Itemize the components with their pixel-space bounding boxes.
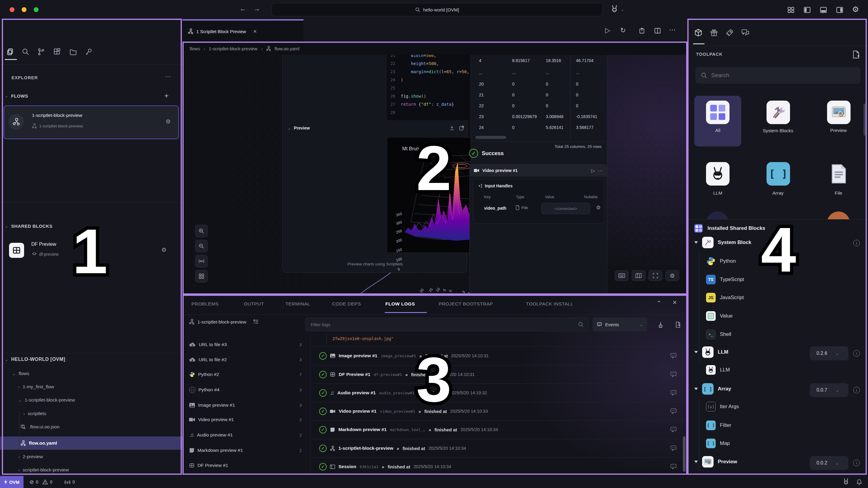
log-block-python-2[interactable]: Python #27 xyxy=(182,367,310,382)
log-block-url-to-file-3[interactable]: URL to file #33 xyxy=(182,337,310,352)
export-icon[interactable] xyxy=(638,27,646,34)
preview-version-dropdown[interactable]: 0.0.2⌄ xyxy=(810,456,848,470)
comment-icon[interactable] xyxy=(671,390,677,396)
tree-item-flow-oo-yaml[interactable]: flow.oo.yaml xyxy=(21,439,57,447)
zoom-window-button[interactable] xyxy=(34,7,38,12)
close-tab-icon[interactable]: × xyxy=(253,28,257,35)
video-preview-node[interactable]: Video preview #1 ▷ ⋯ Input Handles Key T… xyxy=(469,164,607,294)
files-icon[interactable] xyxy=(6,48,14,56)
section-llm[interactable]: LLM xyxy=(694,346,728,358)
info-icon[interactable]: i xyxy=(853,350,860,357)
errors-icon[interactable]: ⊘ xyxy=(30,479,34,485)
nav-back-icon[interactable]: ← xyxy=(240,5,246,13)
node-more-icon[interactable]: ⋯ xyxy=(598,168,603,173)
run-node-icon[interactable]: ▷ xyxy=(591,168,595,173)
comment-icon[interactable] xyxy=(671,372,677,377)
comment-icon[interactable] xyxy=(671,353,677,358)
section-preview[interactable]: Preview xyxy=(694,456,737,467)
ovm-badge[interactable]: OVM xyxy=(0,476,24,488)
block-python[interactable]: Python xyxy=(706,256,736,266)
warnings-icon[interactable] xyxy=(42,480,48,484)
breadcrumb-folder[interactable]: 1-scriptlet-block-preview xyxy=(209,46,257,51)
llm-version-dropdown[interactable]: 0.2.6⌄ xyxy=(810,346,848,360)
tree-item-scriptlets[interactable]: ›scriptlets xyxy=(24,410,46,417)
open-external-icon[interactable] xyxy=(459,125,465,131)
tree-item-my-first-flow[interactable]: ›1-my_first_flow xyxy=(19,383,54,391)
split-editor-icon[interactable] xyxy=(654,27,661,34)
handle-value-field[interactable]: <connected> xyxy=(541,203,590,214)
tree-item-2-preview[interactable]: ›2-preview xyxy=(19,453,43,460)
blocks-icon[interactable] xyxy=(53,48,61,56)
frame-selection-button[interactable] xyxy=(649,270,662,281)
tab-flow-logs[interactable]: FLOW LOGS xyxy=(385,301,415,307)
log-entry-video-preview[interactable]: ✓ Video preview #1video_preview#1 »finis… xyxy=(313,402,687,420)
new-toolpack-icon[interactable] xyxy=(852,51,860,58)
run-flow-icon[interactable]: ▷ xyxy=(605,27,610,34)
tab-output[interactable]: OUTPUT xyxy=(244,301,264,307)
category-file[interactable] xyxy=(827,162,850,185)
comment-icon[interactable] xyxy=(671,427,677,432)
log-entry-markdown-preview[interactable]: ✓ Markdown preview #1markdown_text_… »fi… xyxy=(313,420,687,439)
feedback-chat-icon[interactable] xyxy=(741,29,749,37)
editor-more-icon[interactable]: ⋯ xyxy=(669,26,676,34)
toolpack-search[interactable] xyxy=(695,67,861,84)
search-icon[interactable] xyxy=(22,48,30,56)
gift-icon[interactable] xyxy=(710,29,718,37)
log-entry-session[interactable]: ✓ Sessionb361c1a1 »finished at2025/5/20 … xyxy=(313,457,687,475)
horizontal-scrollbar[interactable] xyxy=(475,136,506,139)
workspace-section-header[interactable]: ⌄ HELLO-WORLD [OVM] xyxy=(5,357,65,362)
minimize-window-button[interactable] xyxy=(22,7,27,12)
block-llm[interactable]: LLM xyxy=(706,365,730,375)
toggle-bottom-panel-icon[interactable] xyxy=(819,6,827,14)
comment-icon[interactable] xyxy=(671,408,677,414)
flow-settings-gear-icon[interactable]: ⚙ xyxy=(165,118,171,125)
log-block-df-preview[interactable]: DF Preview #1 xyxy=(182,458,310,473)
log-entry-flow-finished[interactable]: ✓ 1-scriptlet-block-preview »finished at… xyxy=(313,439,687,457)
canvas-settings-gear-icon[interactable]: ⚙ xyxy=(665,270,679,281)
rocket-icon[interactable] xyxy=(725,29,734,37)
rabbit-icon[interactable] xyxy=(843,478,849,486)
download-icon[interactable] xyxy=(449,125,455,131)
comment-icon[interactable] xyxy=(671,464,677,469)
log-level-filter-icon[interactable] xyxy=(253,319,259,325)
node-preview-toggle[interactable]: ⌄Preview xyxy=(287,125,310,131)
block-typescript[interactable]: TS TypeScript xyxy=(706,275,744,284)
nav-forward-icon[interactable]: → xyxy=(253,5,260,13)
key-icon[interactable] xyxy=(85,48,93,56)
toolpack-cube-icon[interactable] xyxy=(694,29,703,37)
assistant-menu-button[interactable]: ⌄ xyxy=(611,5,624,14)
log-block-image-preview[interactable]: Image preview #13 xyxy=(182,398,310,413)
fit-view-button[interactable] xyxy=(195,255,208,267)
handle-settings-gear-icon[interactable]: ⚙ xyxy=(596,204,601,211)
toolpack-scrollbar[interactable] xyxy=(864,104,866,136)
shared-blocks-section-header[interactable]: ⌄ SHARED BLOCKS xyxy=(5,224,52,229)
shared-block-settings-gear-icon[interactable]: ⚙ xyxy=(161,247,166,253)
folder-icon[interactable] xyxy=(69,48,77,56)
category-preview[interactable] xyxy=(827,101,850,124)
filter-logs-input[interactable] xyxy=(305,317,589,332)
section-system-block[interactable]: System Block xyxy=(694,237,751,248)
add-flow-button[interactable]: + xyxy=(164,92,168,100)
filter-logs-field[interactable] xyxy=(310,322,578,327)
toolpack-search-field[interactable] xyxy=(711,72,855,79)
flows-icon[interactable] xyxy=(37,48,45,56)
block-shell[interactable]: >_ Shell xyxy=(706,329,731,339)
category-llm[interactable] xyxy=(706,162,730,185)
tab-toolpack-install[interactable]: TOOLPACK INSTALL xyxy=(526,301,573,307)
info-icon[interactable]: i xyxy=(853,240,860,247)
layout-grid-icon[interactable] xyxy=(787,6,795,14)
category-all[interactable] xyxy=(706,101,730,124)
flow-list-item[interactable]: 1-scriptlet-block-preview 1-scriptlet-bl… xyxy=(4,106,179,139)
tree-item-flow-ui-json[interactable]: .flow.ui.oo.json xyxy=(21,423,60,430)
log-entry-df-preview[interactable]: ✓ DF Preview #1df-preview#1 »finished at… xyxy=(313,365,687,383)
tab-terminal[interactable]: TERMINAL xyxy=(285,301,310,307)
ports-broadcast-icon[interactable] xyxy=(64,480,70,484)
log-block-python-4[interactable]: ( ) Python #43 xyxy=(182,382,310,397)
zoom-out-button[interactable] xyxy=(195,240,208,253)
section-array[interactable]: [ ] Array xyxy=(694,383,731,395)
info-icon[interactable]: i xyxy=(853,460,860,466)
flows-section-header[interactable]: ⌄ FLOWS xyxy=(5,93,28,98)
block-iter-args[interactable]: [x] Iter Args xyxy=(706,402,739,411)
log-block-markdown-preview[interactable]: Markdown preview #12 xyxy=(182,443,310,458)
log-entry-image-preview[interactable]: ✓ Image preview #1image_preview#1 »finis… xyxy=(313,346,687,365)
